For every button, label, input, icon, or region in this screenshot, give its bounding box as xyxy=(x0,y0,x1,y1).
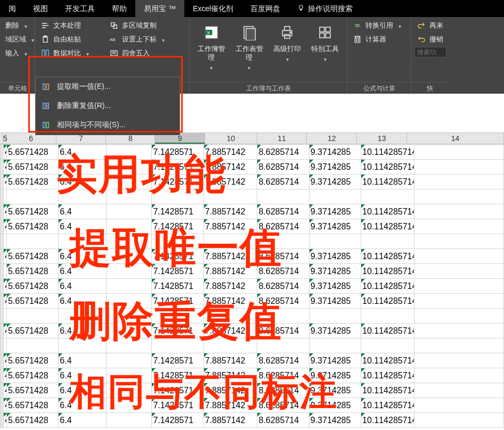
cell[interactable]: 9.3714285 xyxy=(309,249,361,264)
cell[interactable]: 9.3714285 xyxy=(309,204,361,219)
tab-help[interactable]: 帮助 xyxy=(103,0,135,17)
menu-remove-dup[interactable]: 删除重复值(R)... xyxy=(36,96,180,115)
cell[interactable]: 7.1428571 xyxy=(152,324,204,338)
cell[interactable] xyxy=(414,204,504,219)
cell[interactable] xyxy=(107,204,152,219)
cell[interactable]: 5.6571428 xyxy=(7,145,59,160)
redo-button[interactable]: 再来 xyxy=(414,19,445,32)
column-header[interactable]: 10 xyxy=(205,133,257,144)
round-button[interactable]: 四舍五入 xyxy=(107,47,186,60)
cell[interactable] xyxy=(309,309,361,324)
cell[interactable]: 6.4 xyxy=(59,324,107,338)
cell[interactable]: 7.1428571 xyxy=(152,264,204,279)
cell[interactable]: 7.8857142 xyxy=(204,219,257,234)
cell[interactable]: 9.3714285 xyxy=(309,160,361,175)
cell[interactable]: 10.1142857142857 xyxy=(361,398,414,413)
cell[interactable]: 10.1142857142857 xyxy=(361,279,414,294)
cell[interactable] xyxy=(107,219,152,234)
cell[interactable] xyxy=(414,324,504,338)
tab-developer[interactable]: 开发工具 xyxy=(56,0,103,17)
cell[interactable] xyxy=(7,189,59,204)
cell[interactable]: 10.1142857142857 xyxy=(361,294,414,309)
cell[interactable] xyxy=(59,338,107,353)
cell[interactable]: 5.6571428 xyxy=(7,219,59,234)
cell[interactable] xyxy=(107,398,152,413)
tab-excel-catalyst[interactable]: Excel催化剂 xyxy=(184,0,242,17)
cell[interactable]: 9.3714285 xyxy=(309,368,361,383)
cell[interactable]: 10.1142857142857 xyxy=(361,145,414,160)
cell[interactable] xyxy=(204,309,257,324)
cell[interactable]: 8.6285714 xyxy=(257,398,309,413)
cell[interactable]: 10.1142857142857 xyxy=(361,264,414,279)
calculator-button[interactable]: 计算器 xyxy=(351,33,408,46)
cell[interactable]: 8.6285714 xyxy=(257,294,309,309)
cell[interactable]: 7.1428571 xyxy=(152,353,204,368)
cell[interactable]: 7.8857142 xyxy=(204,294,257,309)
cell[interactable]: 7.8857142 xyxy=(204,249,257,264)
cell[interactable]: 10.1142857142857 xyxy=(361,413,414,428)
cell[interactable]: 5.6571428 xyxy=(7,413,59,428)
special-tools-button[interactable]: 特别工具 xyxy=(307,20,344,82)
cell[interactable]: 10.1142857142857 xyxy=(361,324,414,338)
cell[interactable] xyxy=(107,175,152,189)
cell[interactable] xyxy=(107,189,152,204)
spreadsheet-grid[interactable]: 4.91428575.65714286.47.14285717.88571428… xyxy=(0,144,504,428)
data-compare-button[interactable]: 数据对比 xyxy=(38,47,107,60)
cell[interactable] xyxy=(361,189,414,204)
cell[interactable] xyxy=(204,234,257,249)
cell[interactable]: 9.3714285 xyxy=(309,398,361,413)
cell[interactable]: 7.1428571 xyxy=(152,294,204,309)
cell[interactable]: 7.8857142 xyxy=(204,160,257,175)
cell[interactable] xyxy=(7,309,59,324)
cell[interactable] xyxy=(152,338,204,353)
cell[interactable] xyxy=(414,264,504,279)
cell[interactable] xyxy=(414,309,504,324)
cell[interactable]: 6.4 xyxy=(59,160,107,175)
cell[interactable]: 6.4 xyxy=(59,249,107,264)
cell[interactable] xyxy=(107,338,152,353)
cell[interactable] xyxy=(152,234,204,249)
cell[interactable]: 7.1428571 xyxy=(152,145,204,160)
cell[interactable]: 8.6285714 xyxy=(257,249,309,264)
cell[interactable] xyxy=(7,234,59,249)
delete-button[interactable]: 删除 xyxy=(3,19,31,32)
undo-button[interactable]: 撤销 xyxy=(414,33,445,46)
cell[interactable] xyxy=(107,309,152,324)
cell[interactable]: 5.6571428 xyxy=(7,294,59,309)
cell[interactable]: 8.6285714 xyxy=(257,413,309,428)
cell[interactable]: 7.8857142 xyxy=(204,145,257,160)
cell[interactable]: 8.6285714 xyxy=(257,204,309,219)
cell[interactable]: 7.1428571 xyxy=(152,219,204,234)
cell[interactable]: 7.8857142 xyxy=(204,324,257,338)
cell[interactable]: 6.4 xyxy=(59,264,107,279)
cell[interactable]: 5.6571428 xyxy=(7,324,59,338)
cell[interactable]: 8.6285714 xyxy=(257,175,309,189)
cell[interactable] xyxy=(414,383,504,398)
cell[interactable] xyxy=(107,160,152,175)
cell[interactable]: 6.4 xyxy=(59,204,107,219)
cell[interactable] xyxy=(414,279,504,294)
cell[interactable]: 7.1428571 xyxy=(152,398,204,413)
cell[interactable]: 7.8857142 xyxy=(204,383,257,398)
cell[interactable] xyxy=(361,338,414,353)
cell[interactable]: 10.1142857142857 xyxy=(361,175,414,189)
cell[interactable]: 9.3714285 xyxy=(309,353,361,368)
cell[interactable]: 5.6571428 xyxy=(7,368,59,383)
cell[interactable] xyxy=(257,309,309,324)
cell[interactable]: 7.8857142 xyxy=(204,264,257,279)
cell[interactable]: 10.1142857142857 xyxy=(361,383,414,398)
cell[interactable] xyxy=(361,309,414,324)
cell[interactable] xyxy=(257,338,309,353)
cell[interactable]: 7.8857142 xyxy=(204,175,257,189)
cell[interactable]: 9.3714285 xyxy=(309,413,361,428)
menu-same-diff[interactable]: 相同项与不同项(S)... xyxy=(36,115,180,135)
cell[interactable]: 7.8857142 xyxy=(204,279,257,294)
cell[interactable] xyxy=(152,309,204,324)
cell[interactable] xyxy=(59,234,107,249)
cell[interactable]: 6.4 xyxy=(59,279,107,294)
cell[interactable] xyxy=(414,145,504,160)
ribbon-search-input[interactable] xyxy=(414,47,446,57)
cell[interactable] xyxy=(414,234,504,249)
cell[interactable] xyxy=(59,189,107,204)
menu-extract-unique[interactable]: 提取唯一值(E)... xyxy=(36,77,180,96)
